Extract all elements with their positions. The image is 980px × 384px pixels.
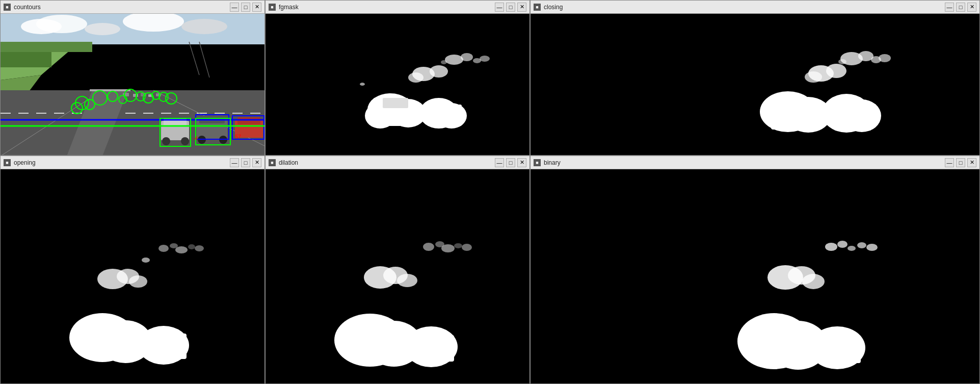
titlebar-binary: ■ binary — □ ✕	[531, 156, 979, 169]
svg-point-90	[175, 246, 188, 253]
svg-rect-113	[350, 326, 411, 361]
restore-btn-dilation[interactable]: □	[506, 158, 515, 167]
titlebar-opening: ■ opening — □ ✕	[1, 156, 264, 169]
svg-point-56	[461, 53, 473, 61]
svg-point-105	[441, 244, 455, 252]
window-binary: ■ binary — □ ✕	[530, 156, 980, 384]
window-closing: ■ closing — □ ✕	[530, 0, 980, 156]
close-btn-fgmask[interactable]: ✕	[517, 3, 526, 12]
svg-point-77	[879, 54, 891, 62]
svg-line-11	[199, 42, 209, 78]
close-btn-dilation[interactable]: ✕	[517, 158, 526, 167]
minimize-btn-dilation[interactable]: —	[495, 158, 504, 167]
svg-rect-9	[1, 52, 51, 67]
titlebar-countours: ■ countours — □ ✕	[1, 1, 264, 14]
svg-rect-83	[771, 101, 822, 130]
svg-rect-101	[146, 334, 187, 359]
restore-btn-binary[interactable]: □	[956, 158, 965, 167]
svg-point-117	[825, 243, 837, 251]
svg-point-59	[480, 56, 490, 62]
title-countours: countours	[14, 4, 230, 11]
content-opening	[1, 169, 264, 383]
controls-countours[interactable]: — □ ✕	[230, 3, 261, 12]
restore-btn-opening[interactable]: □	[241, 158, 250, 167]
svg-point-62	[430, 65, 448, 78]
restore-btn-countours[interactable]: □	[241, 3, 250, 12]
opening-canvas	[1, 169, 264, 383]
svg-point-89	[170, 243, 178, 248]
highway-canvas: 57 -4	[1, 14, 264, 155]
svg-text:57: 57	[235, 134, 241, 140]
svg-point-2	[36, 15, 87, 33]
svg-point-124	[802, 274, 825, 289]
svg-rect-8	[1, 42, 92, 52]
window-icon-dilation: ■	[269, 159, 276, 166]
svg-point-110	[397, 274, 417, 287]
svg-point-58	[441, 60, 447, 64]
titlebar-closing: ■ closing — □ ✕	[531, 1, 979, 14]
svg-point-79	[826, 64, 846, 78]
svg-rect-54	[266, 14, 529, 155]
window-icon-countours: ■	[4, 4, 11, 11]
content-countours: 57 -4	[1, 14, 264, 155]
svg-rect-99	[83, 325, 142, 358]
svg-rect-86	[831, 103, 872, 129]
controls-dilation[interactable]: — □ ✕	[495, 158, 526, 167]
window-countours: ■ countours — □ ✕	[0, 0, 265, 156]
svg-point-55	[445, 55, 463, 65]
content-binary	[531, 169, 979, 383]
title-dilation: dilation	[279, 159, 495, 166]
svg-rect-129	[816, 335, 861, 363]
svg-point-63	[408, 72, 423, 83]
svg-rect-20	[133, 94, 138, 97]
svg-point-60	[360, 83, 365, 86]
svg-point-107	[462, 244, 472, 251]
fgmask-canvas	[266, 14, 529, 155]
svg-rect-71	[429, 105, 462, 126]
minimize-btn-closing[interactable]: —	[945, 3, 954, 12]
window-icon-binary: ■	[534, 159, 541, 166]
restore-btn-fgmask[interactable]: □	[506, 3, 515, 12]
controls-opening[interactable]: — □ ✕	[230, 158, 261, 167]
title-opening: opening	[14, 159, 230, 166]
restore-btn-closing[interactable]: □	[956, 3, 965, 12]
svg-rect-18	[90, 89, 130, 91]
window-fgmask: ■ fgmask — □ ✕	[265, 0, 530, 156]
closing-canvas	[531, 14, 979, 155]
minimize-btn-opening[interactable]: —	[230, 158, 239, 167]
svg-point-120	[857, 242, 866, 248]
title-binary: binary	[544, 159, 945, 166]
window-icon-opening: ■	[4, 159, 11, 166]
svg-point-96	[129, 275, 147, 288]
svg-point-106	[454, 243, 462, 248]
close-btn-binary[interactable]: ✕	[967, 158, 976, 167]
svg-rect-68	[383, 98, 408, 108]
svg-point-26	[162, 137, 170, 145]
svg-point-91	[188, 244, 195, 249]
dilation-canvas	[266, 169, 529, 383]
svg-text:-4: -4	[193, 136, 198, 141]
controls-fgmask[interactable]: — □ ✕	[495, 3, 526, 12]
controls-binary[interactable]: — □ ✕	[945, 158, 976, 167]
window-icon-fgmask: ■	[269, 4, 276, 11]
close-btn-countours[interactable]: ✕	[252, 3, 261, 12]
minimize-btn-fgmask[interactable]: —	[495, 3, 504, 12]
close-btn-closing[interactable]: ✕	[967, 3, 976, 12]
minimize-btn-countours[interactable]: —	[230, 3, 239, 12]
binary-canvas	[531, 169, 979, 383]
window-dilation: ■ dilation — □ ✕	[265, 156, 530, 384]
svg-rect-33	[237, 117, 260, 124]
content-closing	[531, 14, 979, 155]
svg-point-118	[837, 241, 847, 248]
controls-closing[interactable]: — □ ✕	[945, 3, 976, 12]
close-btn-opening[interactable]: ✕	[252, 158, 261, 167]
svg-rect-127	[752, 326, 816, 363]
minimize-btn-binary[interactable]: —	[945, 158, 954, 167]
title-closing: closing	[544, 4, 945, 11]
svg-point-93	[142, 258, 150, 263]
svg-rect-115	[412, 335, 454, 362]
window-icon-closing: ■	[534, 4, 541, 11]
svg-point-76	[838, 59, 846, 64]
svg-point-80	[805, 71, 822, 83]
svg-point-121	[866, 244, 878, 251]
